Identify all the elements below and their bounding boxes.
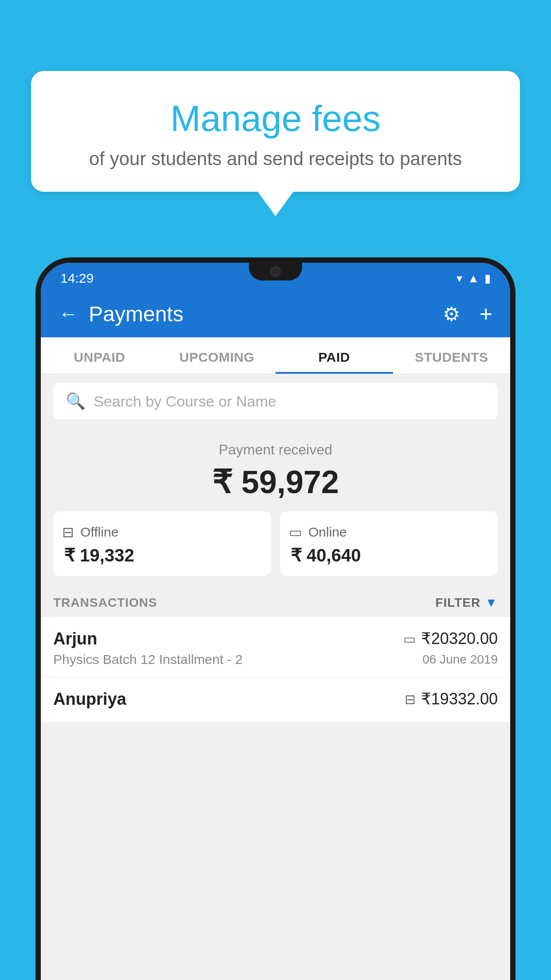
- transaction-name: Arjun: [53, 629, 97, 648]
- offline-label: Offline: [80, 525, 118, 540]
- speech-bubble-container: Manage fees of your students and send re…: [31, 71, 520, 216]
- app-header: ← Payments ⚙ +: [41, 292, 510, 337]
- wifi-icon: ▾: [457, 272, 462, 285]
- transaction-row[interactable]: Arjun ▭ ₹20320.00 Physics Batch 12 Insta…: [41, 617, 510, 677]
- transaction-amount: ₹19332.00: [421, 690, 498, 708]
- tab-students[interactable]: STUDENTS: [393, 337, 511, 374]
- phone-shell: 14:29 ▾ ▲ ▮ ← Payments ⚙ + UNPAID UPCOMI…: [35, 257, 516, 980]
- offline-icon: ⊟: [62, 524, 74, 541]
- payment-summary: Payment received ₹ 59,972 ⊟ Offline ₹ 19…: [41, 428, 510, 585]
- online-label: Online: [308, 525, 347, 540]
- credit-card-icon: ▭: [403, 631, 416, 647]
- transaction-amount-wrap: ▭ ₹20320.00: [403, 629, 498, 648]
- tab-paid[interactable]: PAID: [276, 337, 393, 374]
- online-amount: ₹ 40,640: [289, 545, 361, 565]
- content-area: 🔍 Search by Course or Name Payment recei…: [41, 374, 510, 980]
- settings-button[interactable]: ⚙: [443, 303, 460, 325]
- filter-label: FILTER: [435, 596, 480, 610]
- offline-card-header: ⊟ Offline: [62, 524, 118, 541]
- transaction-top: Anupriya ⊟ ₹19332.00: [53, 690, 498, 709]
- transaction-row[interactable]: Anupriya ⊟ ₹19332.00: [41, 677, 510, 723]
- speech-bubble-subtitle: of your students and send receipts to pa…: [58, 148, 493, 170]
- tab-unpaid[interactable]: UNPAID: [41, 337, 158, 374]
- filter-button[interactable]: FILTER ▼: [435, 596, 498, 610]
- tab-bar: UNPAID UPCOMING PAID STUDENTS: [41, 337, 510, 374]
- signal-icon: ▲: [468, 272, 479, 285]
- search-placeholder: Search by Course or Name: [94, 393, 276, 410]
- tab-upcoming[interactable]: UPCOMING: [158, 337, 276, 374]
- transactions-header: TRANSACTIONS FILTER ▼: [41, 585, 510, 617]
- transaction-amount-wrap: ⊟ ₹19332.00: [405, 690, 498, 708]
- search-bar[interactable]: 🔍 Search by Course or Name: [53, 383, 498, 419]
- add-button[interactable]: +: [480, 301, 492, 327]
- back-button[interactable]: ←: [59, 303, 78, 325]
- payment-cards: ⊟ Offline ₹ 19,332 ▭ Online ₹ 40,640: [53, 511, 498, 576]
- notch-camera: [270, 266, 281, 277]
- transaction-course: Physics Batch 12 Installment - 2: [53, 652, 243, 667]
- page-title: Payments: [89, 302, 432, 326]
- phone-notch: [249, 263, 302, 281]
- offline-card: ⊟ Offline ₹ 19,332: [53, 511, 271, 576]
- filter-icon: ▼: [485, 596, 498, 610]
- transaction-name: Anupriya: [53, 690, 126, 709]
- speech-bubble-title: Manage fees: [58, 98, 493, 139]
- speech-bubble-arrow: [258, 192, 293, 216]
- rupee-icon: ⊟: [405, 692, 416, 707]
- transaction-date: 06 June 2019: [422, 652, 498, 667]
- status-time: 14:29: [60, 271, 94, 286]
- payment-received-label: Payment received: [53, 442, 498, 458]
- online-card-header: ▭ Online: [289, 524, 347, 541]
- battery-icon: ▮: [484, 272, 491, 285]
- transaction-top: Arjun ▭ ₹20320.00: [53, 629, 498, 648]
- transactions-label: TRANSACTIONS: [53, 596, 157, 610]
- transaction-amount: ₹20320.00: [421, 629, 498, 648]
- transaction-bottom: Physics Batch 12 Installment - 2 06 June…: [53, 652, 498, 667]
- status-icons: ▾ ▲ ▮: [457, 272, 491, 285]
- phone-screen: 14:29 ▾ ▲ ▮ ← Payments ⚙ + UNPAID UPCOMI…: [41, 263, 510, 980]
- online-icon: ▭: [289, 524, 302, 541]
- search-icon: 🔍: [66, 392, 86, 411]
- online-card: ▭ Online ₹ 40,640: [280, 511, 498, 576]
- offline-amount: ₹ 19,332: [62, 545, 134, 565]
- speech-bubble: Manage fees of your students and send re…: [31, 71, 520, 192]
- payment-total: ₹ 59,972: [53, 463, 498, 501]
